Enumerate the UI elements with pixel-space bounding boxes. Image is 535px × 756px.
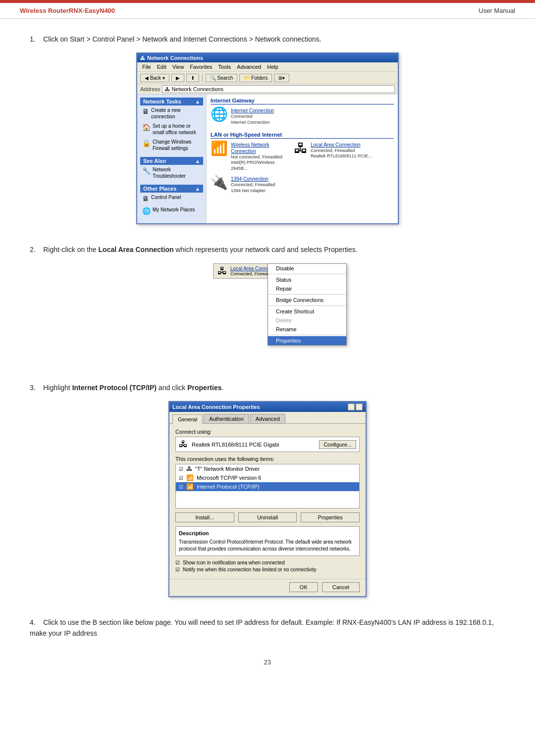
step-1: 1. Click on Start > Control Panel > Netw… <box>30 34 505 224</box>
forward-button[interactable]: ▶ <box>171 74 184 82</box>
ctx-sep-3 <box>268 305 346 306</box>
back-button[interactable]: ◀ Back ▾ <box>140 74 169 82</box>
menu-favorites[interactable]: Favorites <box>188 63 214 70</box>
conn-1394-item[interactable]: 🔌 1394 Connection Connected, Firewalled … <box>211 176 290 194</box>
conn-1394-icon: 🔌 <box>211 176 228 190</box>
menu-view[interactable]: View <box>170 63 186 70</box>
menu-file[interactable]: File <box>140 63 153 70</box>
step-3-bold1: Internet Protocol (TCP/IP) <box>72 384 157 392</box>
step-3-text: 3. Highlight Internet Protocol (TCP/IP) … <box>30 382 505 393</box>
icon-tcpip: 📶 <box>186 483 194 490</box>
list-item-monitor-driver[interactable]: ☑ 🖧 "T" Network Monitor Driver <box>176 464 359 473</box>
ctx-delete: Delete <box>268 316 346 325</box>
props-title-text: Local Area Connection Properties <box>172 404 260 410</box>
nc-menu-bar: File Edit View Favorites Tools Advanced … <box>137 62 398 72</box>
view-button[interactable]: ⊞▾ <box>274 74 289 82</box>
control-panel-link[interactable]: 🖥 Control Panel <box>140 193 203 204</box>
ctx-repair[interactable]: Repair <box>268 284 346 293</box>
step-2-before: Right-click on the <box>43 246 98 253</box>
wireless-conn-icon: 📶 <box>211 142 228 155</box>
install-button[interactable]: Install... <box>175 512 234 522</box>
tab-authentication[interactable]: Authentication <box>204 414 249 423</box>
step-3-end: . <box>221 384 223 392</box>
items-label: This connection uses the following items… <box>175 456 360 462</box>
left-panel: Network Tasks ▲ 🖥 Create a new connectio… <box>137 95 207 223</box>
conn-1394-status: Connected, Firewalled <box>231 182 275 188</box>
ok-button[interactable]: OK <box>289 582 318 592</box>
conn-1394-info: 1394 Connection Connected, Firewalled 13… <box>231 176 275 194</box>
wireless-conn-status: Not connected, Firewalled <box>231 154 290 160</box>
properties-button[interactable]: Properties <box>301 512 360 522</box>
label-monitor-driver: "T" Network Monitor Driver <box>195 466 260 472</box>
folders-button[interactable]: 📁 Folders <box>239 74 272 82</box>
ctx-disable[interactable]: Disable <box>268 264 346 273</box>
ctx-status[interactable]: Status <box>268 275 346 284</box>
nc-title-icon: 🖧 <box>140 55 145 61</box>
step-4-number: 4. <box>30 618 36 626</box>
network-tasks-collapse[interactable]: ▲ <box>195 99 200 104</box>
main-content: 1. Click on Start > Control Panel > Netw… <box>0 19 535 681</box>
local-area-conn-item[interactable]: 🖧 Local Area Connection Connected, Firew… <box>294 142 373 172</box>
show-icon-label: Show icon in notification area when conn… <box>183 560 285 565</box>
cb-monitor-driver[interactable]: ☑ <box>179 466 183 472</box>
lan-heading: LAN or High-Speed Internet <box>211 132 394 139</box>
nc-toolbar: ◀ Back ▾ ▶ ⬆ 🔍 Search 📁 Folders ⊞▾ <box>137 72 398 84</box>
list-item-tcpip6[interactable]: ☑ 📶 Microsoft TCP/IP version 6 <box>176 473 359 482</box>
uninstall-button[interactable]: Uninstall <box>238 512 297 522</box>
cancel-button[interactable]: Cancel <box>322 582 360 592</box>
tab-advanced[interactable]: Advanced <box>250 414 285 423</box>
menu-edit[interactable]: Edit <box>155 63 168 70</box>
my-network-label: My Network Places <box>153 206 195 213</box>
my-network-places-link[interactable]: 🌐 My Network Places <box>140 205 203 217</box>
ctx-bridge[interactable]: Bridge Connections <box>268 296 346 304</box>
network-troubleshooter[interactable]: 🔧 Network Troubleshooter <box>140 165 203 181</box>
menu-tools[interactable]: Tools <box>216 63 233 70</box>
props-title-bar: Local Area Connection Properties ? × <box>169 402 366 412</box>
see-also-section: See Also ▲ 🔧 Network Troubleshooter <box>140 157 203 181</box>
cb-tcpip[interactable]: ☑ <box>179 484 183 490</box>
task-setup-network[interactable]: 🏠 Set up a home or small office network <box>140 121 203 137</box>
local-conn-info: Local Area Connection Connected, Firewal… <box>311 142 372 159</box>
menu-advanced[interactable]: Advanced <box>235 63 263 70</box>
ctx-shortcut[interactable]: Create Shortcut <box>268 307 346 316</box>
task-firewall[interactable]: 🔒 Change Windows Firewall settings <box>140 137 203 153</box>
ctx-rename[interactable]: Rename <box>268 325 346 334</box>
ctx-sep-2 <box>268 294 346 295</box>
props-close-btn[interactable]: × <box>356 403 363 410</box>
address-input[interactable]: 🖧 Network Connections <box>162 85 395 93</box>
task-firewall-label: Change Windows Firewall settings <box>153 139 201 151</box>
step-2-bold: Local Area Connection <box>99 246 174 253</box>
props-title-buttons: ? × <box>348 403 363 410</box>
local-conn-icon: 🖧 <box>294 142 308 155</box>
nc-title-text: Network Connections <box>147 55 203 61</box>
context-menu: Disable Status Repair Bridge Connections… <box>268 263 347 346</box>
desc-title: Description <box>179 530 356 537</box>
nc-body: Network Tasks ▲ 🖥 Create a new connectio… <box>137 95 398 223</box>
search-button[interactable]: 🔍 Search <box>206 74 237 82</box>
configure-button[interactable]: Configure... <box>319 440 356 449</box>
task-create-label: Create a new connection <box>151 107 201 120</box>
lan-connections: 📶 Wireless Network Connection Not connec… <box>211 142 394 194</box>
control-panel-icon: 🖥 <box>142 194 149 203</box>
see-also-collapse[interactable]: ▲ <box>195 158 200 164</box>
internet-connection-item[interactable]: 🌐 Internet Connection Connected Internet… <box>211 107 290 125</box>
up-button[interactable]: ⬆ <box>186 74 199 82</box>
network-tasks-section: Network Tasks ▲ 🖥 Create a new connectio… <box>140 98 203 153</box>
description-box: Description Transmission Control Protoco… <box>175 526 360 555</box>
task-create-connection[interactable]: 🖥 Create a new connection <box>140 105 203 121</box>
cb-tcpip6[interactable]: ☑ <box>179 475 183 481</box>
other-places-collapse[interactable]: ▲ <box>195 186 200 192</box>
local-conn-status: Connected, Firewalled <box>311 148 372 154</box>
tab-general[interactable]: General <box>172 414 203 424</box>
show-icon-cb[interactable]: ☑ <box>175 560 180 565</box>
internet-conn-sub: Internet Connection <box>231 120 274 126</box>
wireless-conn-item[interactable]: 📶 Wireless Network Connection Not connec… <box>211 142 290 172</box>
props-question-btn[interactable]: ? <box>348 403 355 410</box>
list-item-tcpip[interactable]: ☑ 📶 Internet Protocol (TCP/IP) <box>176 482 359 491</box>
notify-cb[interactable]: ☑ <box>175 567 180 572</box>
menu-help[interactable]: Help <box>265 63 280 70</box>
ctx-properties[interactable]: Properties <box>268 336 346 345</box>
internet-conn-info: Internet Connection Connected Internet C… <box>231 107 274 125</box>
step-3-before: Highlight <box>43 384 72 392</box>
internet-conn-status: Connected <box>231 114 274 120</box>
